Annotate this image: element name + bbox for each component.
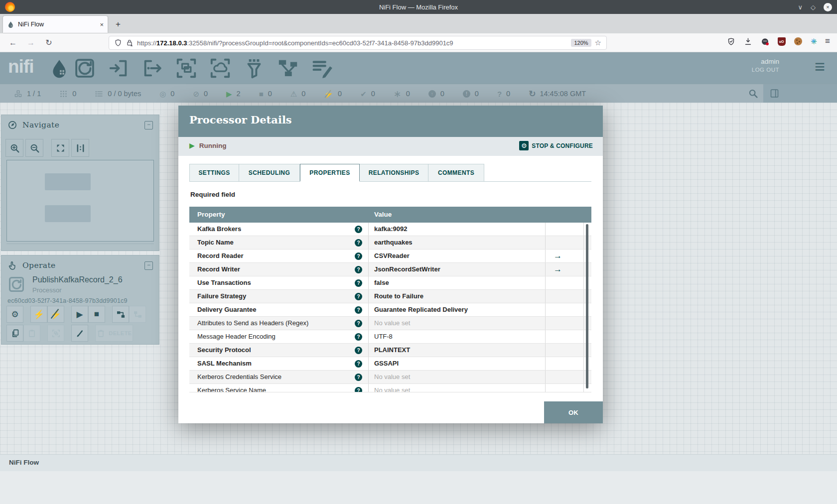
help-icon[interactable]: ?	[355, 279, 362, 287]
search-icon[interactable]	[748, 88, 758, 99]
breadcrumb[interactable]: NiFi Flow	[9, 459, 39, 466]
tab-close-icon[interactable]: ×	[100, 21, 104, 28]
tab-properties[interactable]: PROPERTIES	[300, 164, 360, 182]
help-icon[interactable]: ?	[355, 226, 362, 233]
template-tool-icon[interactable]	[277, 57, 299, 80]
tracking-protection-icon[interactable]	[114, 39, 122, 47]
input-port-tool-icon[interactable]	[107, 57, 130, 80]
label-tool-icon[interactable]	[310, 57, 333, 80]
help-icon[interactable]: ?	[355, 320, 362, 327]
extension-mask-icon[interactable]	[761, 37, 769, 46]
status-locally-modified: ∗0	[394, 90, 410, 98]
ok-button[interactable]: OK	[544, 401, 603, 423]
configure-button[interactable]: ⚙	[6, 306, 23, 323]
status-count: 0	[301, 90, 305, 98]
window-maximize-icon[interactable]: ◇	[811, 3, 816, 11]
help-icon[interactable]: ?	[355, 360, 362, 368]
property-name: Attributes to Send as Headers (Regex)?	[189, 317, 369, 330]
forward-button[interactable]: →	[25, 37, 37, 49]
save-flow-version-button[interactable]	[112, 306, 129, 323]
zoom-fit-button[interactable]	[51, 139, 69, 157]
help-icon[interactable]: ?	[355, 293, 362, 300]
help-icon[interactable]: ?	[355, 333, 362, 341]
property-name: Security Protocol?	[189, 344, 369, 357]
transmitting-icon: ◎	[159, 90, 166, 98]
tab-settings[interactable]: SETTINGS	[189, 164, 239, 182]
downloads-icon[interactable]	[744, 37, 752, 46]
pocket-shield-icon[interactable]	[727, 37, 735, 46]
window-close-icon[interactable]: ×	[824, 3, 832, 11]
help-icon[interactable]: ?	[355, 239, 362, 247]
last-refresh-time: 14:45:08 GMT	[540, 90, 586, 98]
status-right-tile	[763, 84, 837, 103]
zoom-actual-button[interactable]	[71, 139, 89, 157]
url-bar[interactable]: https://172.18.0.3:32558/nifi/?processGr…	[109, 36, 607, 50]
operate-collapse-button[interactable]: −	[144, 261, 153, 270]
table-body: Kafka Brokers?kafka:9092Topic Name?earth…	[189, 223, 591, 392]
birdseye-minimap[interactable]	[6, 160, 154, 242]
navigate-panel: Navigate −	[1, 115, 159, 251]
lock-warning-icon[interactable]	[126, 39, 134, 47]
help-icon[interactable]: ?	[355, 252, 362, 260]
zoom-in-button[interactable]	[5, 139, 23, 157]
property-name: Delivery Guarantee?	[189, 303, 369, 316]
pinwheel-extension-icon[interactable]: ✳	[811, 37, 817, 46]
copy-button[interactable]	[6, 325, 23, 342]
run-status-text: Running	[199, 142, 227, 149]
funnel-tool-icon[interactable]	[243, 57, 266, 80]
help-icon[interactable]: ?	[355, 387, 362, 392]
window-minimize-icon[interactable]: ∨	[798, 3, 803, 11]
tab-scheduling[interactable]: SCHEDULING	[239, 164, 300, 182]
stop-button[interactable]: ■	[88, 306, 105, 323]
property-name: Record Reader?	[189, 250, 369, 262]
tab-relationships[interactable]: RELATIONSHIPS	[360, 164, 428, 182]
table-row: Message Header Encoding?UTF-8	[189, 330, 591, 344]
process-group-tool-icon[interactable]	[175, 57, 198, 80]
logout-link[interactable]: LOG OUT	[752, 67, 779, 73]
stop-and-configure-button[interactable]: ⚙ STOP & CONFIGURE	[519, 141, 593, 150]
output-port-tool-icon[interactable]	[141, 57, 164, 80]
processor-tool-icon[interactable]	[73, 57, 96, 80]
table-row: Use Transactions?false	[189, 276, 591, 290]
new-tab-button[interactable]: +	[112, 18, 125, 31]
go-to-service-icon[interactable]: →	[554, 251, 562, 260]
zoom-level-badge[interactable]: 120%	[571, 39, 591, 47]
minimap-component	[45, 173, 91, 190]
status-count: 0	[170, 90, 174, 98]
cookie-extension-icon[interactable]	[794, 37, 802, 45]
help-icon[interactable]: ?	[355, 374, 362, 381]
property-value: No value set	[369, 371, 546, 383]
processor-icon	[7, 275, 25, 293]
nifi-favicon-icon	[7, 21, 14, 28]
hamburger-menu-icon[interactable]: ≡	[825, 36, 830, 46]
back-button[interactable]: ←	[7, 37, 19, 49]
delete-button: DELETE	[95, 325, 133, 342]
panel-toggle-icon[interactable]	[769, 88, 780, 99]
start-button[interactable]: ▶	[71, 306, 88, 323]
help-icon[interactable]: ?	[355, 306, 362, 314]
browser-tab[interactable]: NiFi Flow ×	[3, 16, 108, 33]
refresh-icon[interactable]: ↻	[529, 89, 536, 99]
status-up-to-date: ✔0	[360, 90, 375, 98]
table-scrollbar[interactable]	[586, 224, 588, 388]
enable-button[interactable]: ⚡	[30, 306, 47, 323]
disable-button[interactable]: ⚡	[47, 306, 64, 323]
row-extra-cell: →	[546, 263, 584, 276]
reload-button[interactable]: ↻	[43, 37, 55, 49]
tab-comments[interactable]: COMMENTS	[428, 164, 484, 182]
zoom-out-button[interactable]	[25, 139, 43, 157]
remote-process-group-tool-icon[interactable]	[209, 57, 232, 80]
bookmark-star-icon[interactable]: ☆	[595, 38, 601, 47]
url-text: https://172.18.0.3:32558/nifi/?processGr…	[137, 39, 567, 47]
go-to-service-icon[interactable]: →	[554, 264, 562, 274]
table-row: SASL Mechanism?GSSAPI	[189, 357, 591, 371]
color-button[interactable]	[71, 325, 88, 342]
navigate-collapse-button[interactable]: −	[144, 121, 153, 129]
global-menu-icon[interactable]: ≡	[815, 55, 825, 78]
compass-icon	[7, 120, 17, 130]
help-icon[interactable]: ?	[355, 347, 362, 354]
ublock-icon[interactable]: uO	[778, 37, 786, 46]
help-icon[interactable]: ?	[355, 266, 362, 273]
dialog-title: Processor Details	[189, 114, 292, 126]
row-extra-cell	[546, 344, 584, 357]
